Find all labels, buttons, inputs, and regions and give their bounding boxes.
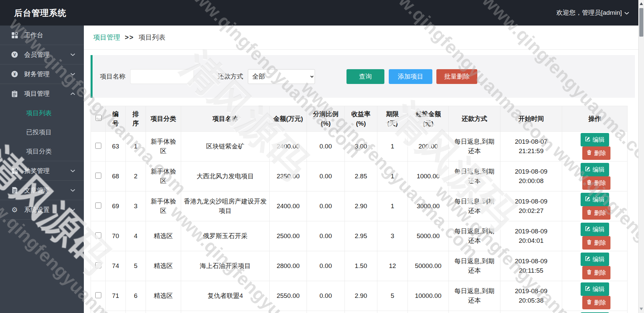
delete-button[interactable]: 删除: [582, 176, 610, 190]
search-button[interactable]: 查询: [346, 69, 384, 84]
delete-button[interactable]: 删除: [582, 236, 610, 250]
row-checkbox[interactable]: [95, 232, 101, 238]
row-checkbox-cell: [91, 251, 106, 281]
trash-icon: [587, 210, 592, 217]
vertical-scrollbar[interactable]: [638, 0, 644, 313]
delete-button-label: 删除: [594, 269, 606, 277]
table-row: 72 7 精选区 风中有朵雨做的云 2600.00 0.00 2.98 7 20…: [91, 311, 628, 313]
project-table-wrap: 编号 排序 项目分类 项目名称 金额(万元) 分润比例(%) 收益率(%) 期限…: [91, 106, 638, 313]
svg-text:V: V: [13, 52, 16, 57]
sidebar-item-workbench[interactable]: 工作台: [0, 26, 84, 45]
table-row: 69 3 新手体验区 香港九龙尖沙咀房产建设开发项目 2400.00 0.00 …: [91, 191, 628, 221]
row-checkbox[interactable]: [95, 203, 101, 209]
gear-icon: ⚙: [10, 206, 19, 213]
cell-name: 复仇者联盟4: [181, 281, 270, 311]
cell-start: 2019-08-09 20:11:55: [500, 251, 562, 281]
cell-rate: 2.90: [345, 281, 377, 311]
edit-button[interactable]: 编辑: [581, 163, 609, 176]
sidebar-item-members[interactable]: V 会员管理: [0, 45, 84, 64]
sidebar-item-lottery[interactable]: 抽奖管理: [0, 161, 84, 181]
delete-button-label: 删除: [594, 179, 606, 187]
cell-days: 1: [377, 132, 408, 162]
header-repay: 还款方式: [449, 106, 500, 132]
edit-button[interactable]: 编辑: [581, 223, 609, 236]
cell-category: 精选区: [146, 221, 181, 251]
cell-repay: 每日返息,到期还本: [449, 162, 500, 191]
scrollbar-up-arrow-icon[interactable]: [640, 2, 643, 5]
breadcrumb-current: 项目列表: [139, 33, 165, 42]
delete-button[interactable]: 删除: [582, 146, 610, 160]
row-checkbox[interactable]: [95, 292, 101, 298]
cell-share: 0.00: [307, 251, 345, 281]
edit-button[interactable]: 编辑: [581, 193, 609, 206]
edit-pencil-icon: [585, 226, 590, 233]
cell-order: 1: [126, 132, 146, 162]
add-project-button[interactable]: 添加项目: [389, 69, 432, 84]
sidebar-item-label: 系统设置: [24, 206, 50, 214]
sidebar-item-label: 文章管理: [24, 186, 50, 195]
cell-id: 71: [106, 281, 126, 311]
project-name-input[interactable]: [130, 69, 194, 84]
top-bar: 后台管理系统 欢迎您，管理员[admin]: [0, 0, 644, 26]
scrollbar-thumb[interactable]: [639, 8, 643, 37]
delete-button-label: 删除: [594, 299, 606, 307]
cell-min: 200.00: [408, 132, 449, 162]
repay-method-select[interactable]: 全部: [248, 69, 315, 84]
edit-pencil-icon: [585, 196, 590, 203]
edit-button-label: 编辑: [593, 195, 605, 204]
scrollbar-down-arrow-icon[interactable]: [640, 308, 643, 310]
row-checkbox-cell: [91, 221, 106, 251]
chevron-down-icon: [624, 9, 629, 16]
user-menu[interactable]: 欢迎您，管理员[admin]: [556, 8, 629, 17]
cell-amount: 2800.00: [270, 251, 307, 281]
cell-category: 精选区: [146, 251, 181, 281]
cell-min: 20000.00: [408, 311, 449, 313]
edit-button[interactable]: 编辑: [581, 253, 609, 266]
sidebar-item-project-list[interactable]: 项目列表: [0, 103, 84, 123]
row-checkbox[interactable]: [95, 262, 101, 268]
sidebar-item-label: 会员管理: [24, 50, 50, 59]
sidebar-item-label: 项目管理: [24, 89, 50, 98]
cell-category: 新手体验区: [146, 191, 181, 221]
batch-delete-button[interactable]: 批量删除: [436, 69, 477, 84]
header-checkbox-cell: [91, 106, 106, 132]
header-min: 起投金额(元): [408, 106, 449, 132]
cell-rate: 2.95: [345, 221, 377, 251]
cell-min: 10000.00: [408, 281, 449, 311]
sidebar-item-articles[interactable]: 文章管理: [0, 181, 84, 200]
sidebar-item-project-categories[interactable]: 项目分类: [0, 142, 84, 161]
cell-id: 68: [106, 162, 126, 191]
header-id: 编号: [106, 106, 126, 132]
select-all-checkbox[interactable]: [96, 115, 102, 121]
cell-share: 0.00: [307, 281, 345, 311]
delete-button[interactable]: 删除: [582, 266, 610, 279]
sidebar-item-finance[interactable]: ¥ 财务管理: [0, 64, 84, 84]
edit-button-label: 编辑: [593, 255, 605, 263]
table-header-row: 编号 排序 项目分类 项目名称 金额(万元) 分润比例(%) 收益率(%) 期限…: [91, 106, 628, 132]
cell-category: 精选区: [146, 281, 181, 311]
cell-days: 12: [377, 251, 408, 281]
cell-start: 2019-08-09 20:04:01: [500, 221, 562, 251]
edit-pencil-icon: [585, 136, 590, 143]
delete-button[interactable]: 删除: [582, 296, 610, 309]
sidebar-item-settings[interactable]: ⚙ 系统设置: [0, 200, 84, 220]
cell-rate: 3.00: [345, 132, 377, 162]
header-share: 分润比例(%): [307, 106, 345, 132]
delete-button-label: 删除: [594, 149, 606, 157]
cell-days: 3: [377, 221, 408, 251]
cell-repay: 每日返息,到期还本: [449, 191, 500, 221]
breadcrumb-parent[interactable]: 项目管理: [93, 33, 120, 42]
row-checkbox[interactable]: [95, 173, 101, 179]
delete-button[interactable]: 删除: [582, 206, 610, 220]
sidebar-item-invested-projects[interactable]: 已投项目: [0, 123, 84, 142]
edit-button-label: 编辑: [593, 225, 605, 233]
cell-min: 3000.00: [408, 191, 449, 221]
cell-name: 海上石油开采项目: [181, 251, 270, 281]
cell-id: 63: [106, 132, 126, 162]
row-checkbox[interactable]: [95, 143, 101, 149]
edit-button[interactable]: 编辑: [581, 282, 609, 296]
edit-button[interactable]: 编辑: [581, 133, 609, 146]
sidebar-item-projects[interactable]: 项目管理: [0, 84, 84, 103]
chevron-down-icon: [70, 209, 75, 211]
cell-share: 0.00: [307, 132, 345, 162]
